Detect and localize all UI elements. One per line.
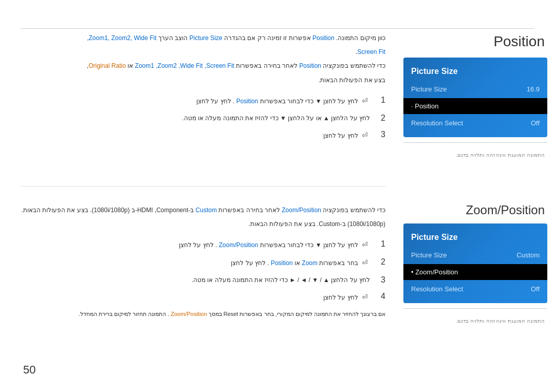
original-ratio-link: Original Ratio xyxy=(88,62,126,69)
enter-icon-3: ⏎ xyxy=(362,131,368,139)
picture-size-card-2: Picture Size Picture Size Custom • Zoom/… xyxy=(403,223,547,303)
picture-size-value-1: 16.9 xyxy=(527,85,540,93)
step-2-text: לחץ על הלחצן ▲ או על הלחצן ▼ כדי להזיז א… xyxy=(21,114,370,123)
zoom-step-number-2: 2 xyxy=(375,257,385,267)
zoom-enter-icon-4: ⏎ xyxy=(362,293,368,301)
picture-size-value-2: Custom xyxy=(516,251,540,259)
menu-item-picture-size-1[interactable]: Picture Size 16.9 xyxy=(403,81,547,97)
zoom-step-3: 3 לחץ על הלחצן ▲ / ▼ / ◄ / ► כדי להזיז א… xyxy=(21,275,385,285)
page-number: 50 xyxy=(23,363,35,377)
step-number-1: 1 xyxy=(375,96,385,105)
position-panel: Position Picture Size Picture Size 16.9 … xyxy=(396,28,555,158)
position-content-area: כוון מיקום התמונה. Position אפשרות זו זמ… xyxy=(21,33,385,148)
position-menu-label: · Position xyxy=(411,102,438,110)
position-step-2: 2 לחץ על הלחצן ▲ או על הלחצן ▼ כדי להזיז… xyxy=(21,114,385,123)
zoom-step-number-4: 4 xyxy=(375,292,385,301)
menu-item-position[interactable]: · Position xyxy=(403,98,547,114)
zoom-intro-text1: כדי להשתמש בפונקציה Zoom/Position לאחר ב… xyxy=(21,206,385,215)
position-func-link: Position xyxy=(299,62,321,69)
step-number-2: 2 xyxy=(375,114,385,123)
zoom-steps: 1 ⏎ לחץ על לחצן ▼ כדי לבחור באפשרות Zoom… xyxy=(21,239,385,303)
position-intro-text1: כוון מיקום התמונה. Position אפשרות זו זמ… xyxy=(21,33,385,43)
zoom-step-1-text: ⏎ לחץ על לחצן ▼ כדי לבחור באפשרות Zoom/P… xyxy=(21,239,370,250)
zoom-position-func-link: Zoom/Position xyxy=(282,207,321,214)
position-option-link-2: Position xyxy=(271,259,293,267)
zoom-title: Zoom/Position xyxy=(396,200,555,223)
zoom1-link: Zoom1 ,Zoom2 ,Wide Fit ,Screen Fit xyxy=(135,62,234,69)
step-3-text: ⏎ לחץ על לחצן xyxy=(21,130,370,141)
picture-size-label-2: Picture Size xyxy=(411,251,447,259)
step-number-3: 3 xyxy=(375,130,385,139)
zoom-step-2-text: ⏎ בחר באפשרות Zoom או Position . לחץ על … xyxy=(21,257,370,268)
zoom-panel: Zoom/Position Picture Size Picture Size … xyxy=(396,200,555,324)
custom-link: Custom xyxy=(196,207,217,214)
section-separator xyxy=(21,186,385,186)
zoom-step-1: 1 ⏎ לחץ על לחצן ▼ כדי לבחור באפשרות Zoom… xyxy=(21,239,385,250)
zoom-intro: כדי להשתמש בפונקציה Zoom/Position לאחר ב… xyxy=(21,206,385,229)
zoom-position-reset-link: Zoom/Position xyxy=(171,311,207,317)
position-title: Position xyxy=(396,28,555,58)
screen-fit-link1: Screen Fit xyxy=(357,48,385,55)
menu-item-resolution-select-2[interactable]: Resolution Select Off xyxy=(403,281,547,297)
panel-divider-1 xyxy=(403,142,547,143)
position-intro-text2: Screen Fit. xyxy=(21,47,385,57)
menu-item-picture-size-2[interactable]: Picture Size Custom xyxy=(403,247,547,263)
position-intro-text3: כדי להשתמש בפונקציה Position לאחר בחירה … xyxy=(21,61,385,71)
enter-icon-1: ⏎ xyxy=(362,97,368,105)
menu-item-resolution-select-1[interactable]: Resolution Select Off xyxy=(403,115,547,131)
panel-divider-2 xyxy=(403,308,547,309)
zoom-intro-text2: (1080i/1080p) ב-Custom. בצע את הפעולות ה… xyxy=(21,219,385,229)
zoom-step-3-text: לחץ על הלחצן ▲ / ▼ / ◄ / ► כדי להזיז את … xyxy=(21,275,370,285)
resolution-select-label-1: Resolution Select xyxy=(411,119,463,127)
step-1-text: ⏎ לחץ על לחצן ▼ כדי לבחור באפשרות Positi… xyxy=(21,96,370,106)
zoom-wide-fit-link: Zoom1, Zoom2, Wide Fit, xyxy=(87,34,156,42)
picture-size-note-2: התמונה המוצגת אינה זהה ותלויה בדגם. xyxy=(396,314,555,324)
position-step-1: 1 ⏎ לחץ על לחצן ▼ כדי לבחור באפשרות Posi… xyxy=(21,96,385,106)
picture-size-card-2-title: Picture Size xyxy=(403,230,547,247)
zoom-content-area: כדי להשתמש בפונקציה Zoom/Position לאחר ב… xyxy=(21,206,385,319)
zoom-step-4: 4 ⏎ לחץ על לחצן xyxy=(21,292,385,303)
position-link: Position xyxy=(312,34,335,42)
position-steps: 1 ⏎ לחץ על לחצן ▼ כדי לבחור באפשרות Posi… xyxy=(21,96,385,141)
picture-size-card-1: Picture Size Picture Size 16.9 · Positio… xyxy=(403,58,547,137)
right-sidebar: Position Picture Size Picture Size 16.9 … xyxy=(396,0,555,392)
zoom-step-number-3: 3 xyxy=(375,275,385,285)
zoom-step-number-1: 1 xyxy=(375,239,385,249)
zoom-position-option-link: Zoom/Position xyxy=(219,241,258,249)
picture-size-label-1: Picture Size xyxy=(411,85,447,93)
zoom-enter-icon-2: ⏎ xyxy=(362,258,368,267)
resolution-select-value-2: Off xyxy=(531,285,540,293)
resolution-select-label-2: Resolution Select xyxy=(411,285,463,293)
resolution-select-value-1: Off xyxy=(531,119,540,127)
zoom-reset-note: אם ברצונך להחזיר את התמונה למיקום המקורי… xyxy=(21,310,385,319)
picture-size-link: Picture Size xyxy=(190,34,223,42)
zoom-position-menu-label: • Zoom/Position xyxy=(411,268,458,276)
menu-item-zoom-position[interactable]: • Zoom/Position xyxy=(403,264,547,280)
picture-size-card-1-title: Picture Size xyxy=(403,64,547,81)
position-intro: כוון מיקום התמונה. Position אפשרות זו זמ… xyxy=(21,33,385,85)
picture-size-note-1: התמונה המוצגת אינה זהה ותלויה בדגם. xyxy=(396,148,555,158)
zoom-step-2: 2 ⏎ בחר באפשרות Zoom או Position . לחץ ע… xyxy=(21,257,385,268)
zoom-enter-icon-1: ⏎ xyxy=(362,240,368,249)
position-intro-text4: בצע את הפעולות הבאות. xyxy=(21,76,385,85)
position-option-link: Position xyxy=(236,98,258,105)
position-step-3: 3 ⏎ לחץ על לחצן xyxy=(21,130,385,141)
zoom-option-link: Zoom xyxy=(302,259,318,267)
zoom-step-4-text: ⏎ לחץ על לחצן xyxy=(21,292,370,303)
